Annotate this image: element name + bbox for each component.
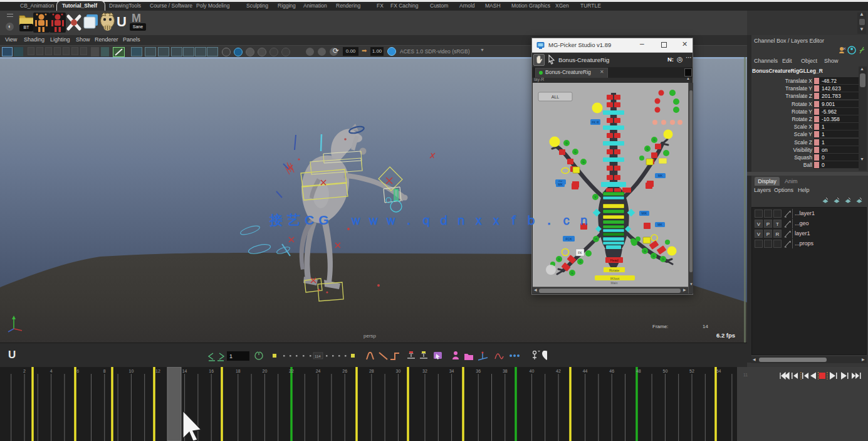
svg-text:IKfoot: IKfoot bbox=[610, 277, 620, 280]
svg-text:MK: MK bbox=[558, 183, 563, 186]
svg-text:G: G bbox=[574, 151, 577, 154]
svg-text:42: 42 bbox=[556, 369, 561, 373]
svg-text:G: G bbox=[571, 272, 573, 275]
svg-text:52: 52 bbox=[689, 369, 694, 373]
svg-text:28: 28 bbox=[369, 369, 374, 373]
svg-text:Main: Main bbox=[611, 281, 618, 285]
svg-text:ALL: ALL bbox=[552, 95, 560, 99]
svg-text:G: G bbox=[662, 258, 664, 261]
svg-text:46: 46 bbox=[609, 369, 614, 373]
svg-text:Rotate: Rotate bbox=[609, 268, 619, 272]
svg-text:114: 114 bbox=[315, 354, 321, 358]
svg-text:FCK: FCK bbox=[566, 237, 573, 241]
svg-text:G: G bbox=[579, 260, 582, 263]
svg-text:FK: FK bbox=[578, 251, 582, 255]
svg-text:MIK: MIK bbox=[642, 211, 648, 215]
svg-text:24: 24 bbox=[316, 369, 321, 373]
svg-text:12: 12 bbox=[155, 369, 160, 373]
svg-text:36: 36 bbox=[476, 369, 481, 373]
svg-text:50: 50 bbox=[663, 369, 668, 373]
svg-text:FK R: FK R bbox=[592, 120, 599, 124]
svg-text:G: G bbox=[653, 139, 656, 142]
svg-text:34: 34 bbox=[449, 369, 454, 373]
svg-text:G: G bbox=[646, 147, 649, 151]
svg-text:MK: MK bbox=[658, 174, 663, 178]
svg-text:4: 4 bbox=[50, 369, 53, 373]
svg-text:6: 6 bbox=[76, 369, 79, 373]
svg-text:54: 54 bbox=[716, 369, 721, 373]
svg-text:G: G bbox=[652, 255, 655, 258]
svg-text:14: 14 bbox=[182, 369, 187, 373]
svg-text:44: 44 bbox=[583, 369, 588, 373]
svg-text:16: 16 bbox=[209, 369, 214, 373]
svg-text:VK: VK bbox=[594, 238, 598, 241]
svg-text:32: 32 bbox=[422, 369, 427, 373]
svg-text:38: 38 bbox=[503, 369, 508, 373]
svg-text:Head: Head bbox=[610, 258, 618, 262]
svg-text:18: 18 bbox=[236, 369, 241, 373]
svg-text:10: 10 bbox=[129, 369, 134, 373]
svg-text:G: G bbox=[644, 250, 646, 253]
svg-text:G: G bbox=[558, 258, 560, 261]
svg-text:G: G bbox=[582, 161, 585, 164]
svg-text:40: 40 bbox=[530, 369, 535, 373]
svg-text:V: V bbox=[594, 196, 596, 199]
svg-text:20: 20 bbox=[263, 369, 268, 373]
svg-text:G: G bbox=[565, 142, 568, 145]
svg-text:8: 8 bbox=[103, 369, 106, 373]
svg-text:1: 1 bbox=[229, 353, 233, 359]
svg-text:48: 48 bbox=[636, 369, 641, 373]
svg-text:22: 22 bbox=[289, 369, 294, 373]
svg-text:2: 2 bbox=[23, 369, 26, 373]
svg-text:MK: MK bbox=[657, 223, 662, 226]
svg-text:26: 26 bbox=[342, 369, 347, 373]
svg-text:30: 30 bbox=[396, 369, 401, 373]
